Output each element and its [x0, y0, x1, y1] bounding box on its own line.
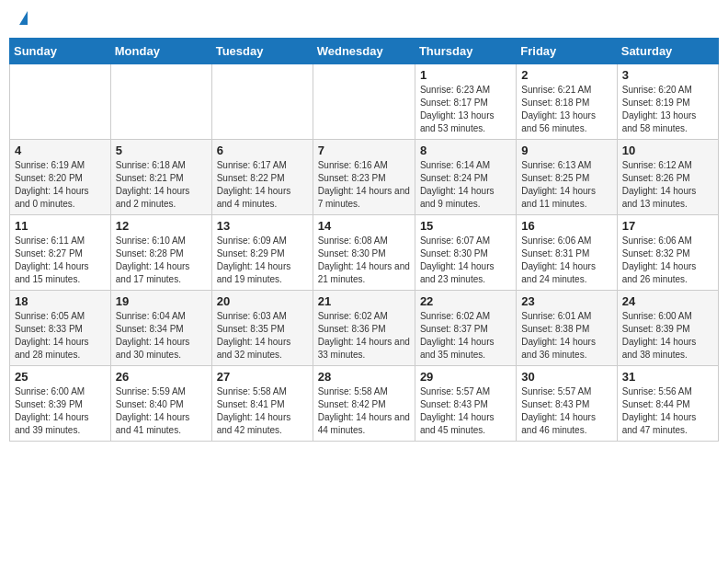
day-number: 18	[15, 294, 106, 308]
calendar-cell: 26Sunrise: 5:59 AM Sunset: 8:40 PM Dayli…	[110, 366, 211, 442]
day-info: Sunrise: 6:21 AM Sunset: 8:18 PM Dayligh…	[521, 84, 611, 135]
day-info: Sunrise: 6:05 AM Sunset: 8:33 PM Dayligh…	[15, 310, 106, 362]
calendar-cell: 10Sunrise: 6:12 AM Sunset: 8:26 PM Dayli…	[617, 140, 718, 215]
day-number: 10	[622, 144, 713, 157]
day-info: Sunrise: 5:58 AM Sunset: 8:42 PM Dayligh…	[318, 385, 410, 437]
calendar-cell: 12Sunrise: 6:10 AM Sunset: 8:28 PM Dayli…	[110, 215, 211, 291]
logo-triangle-icon	[19, 11, 28, 25]
day-info: Sunrise: 6:18 AM Sunset: 8:21 PM Dayligh…	[116, 159, 207, 211]
day-number: 20	[217, 294, 308, 308]
day-number: 27	[217, 370, 308, 384]
day-info: Sunrise: 5:57 AM Sunset: 8:43 PM Dayligh…	[420, 385, 511, 437]
day-info: Sunrise: 6:06 AM Sunset: 8:32 PM Dayligh…	[622, 235, 713, 286]
day-number: 7	[318, 144, 410, 157]
day-number: 28	[318, 370, 410, 384]
day-of-week-header: Tuesday	[211, 39, 313, 64]
calendar-cell	[211, 64, 313, 140]
day-info: Sunrise: 6:11 AM Sunset: 8:27 PM Dayligh…	[15, 235, 106, 286]
day-number: 16	[521, 219, 611, 233]
calendar-cell: 15Sunrise: 6:07 AM Sunset: 8:30 PM Dayli…	[415, 215, 516, 291]
logo	[18, 14, 28, 24]
calendar-cell: 28Sunrise: 5:58 AM Sunset: 8:42 PM Dayli…	[313, 366, 415, 442]
day-number: 3	[622, 68, 713, 82]
calendar-cell	[110, 64, 211, 140]
day-number: 1	[420, 68, 511, 82]
day-number: 19	[116, 294, 207, 308]
day-of-week-header: Wednesday	[313, 39, 415, 64]
day-number: 15	[420, 219, 511, 233]
calendar-cell: 29Sunrise: 5:57 AM Sunset: 8:43 PM Dayli…	[415, 366, 516, 442]
calendar-week-row: 4Sunrise: 6:19 AM Sunset: 8:20 PM Daylig…	[10, 140, 719, 215]
day-number: 30	[521, 370, 611, 384]
calendar-cell: 1Sunrise: 6:23 AM Sunset: 8:17 PM Daylig…	[415, 64, 516, 140]
day-number: 29	[420, 370, 511, 384]
calendar-cell: 5Sunrise: 6:18 AM Sunset: 8:21 PM Daylig…	[110, 140, 211, 215]
day-number: 22	[420, 294, 511, 308]
day-info: Sunrise: 6:09 AM Sunset: 8:29 PM Dayligh…	[217, 235, 308, 286]
day-info: Sunrise: 6:01 AM Sunset: 8:38 PM Dayligh…	[521, 310, 611, 362]
calendar-cell: 14Sunrise: 6:08 AM Sunset: 8:30 PM Dayli…	[313, 215, 415, 291]
calendar-cell: 3Sunrise: 6:20 AM Sunset: 8:19 PM Daylig…	[617, 64, 718, 140]
day-info: Sunrise: 5:58 AM Sunset: 8:41 PM Dayligh…	[217, 385, 308, 437]
day-info: Sunrise: 6:00 AM Sunset: 8:39 PM Dayligh…	[622, 310, 713, 362]
calendar-cell: 17Sunrise: 6:06 AM Sunset: 8:32 PM Dayli…	[617, 215, 718, 291]
day-info: Sunrise: 6:23 AM Sunset: 8:17 PM Dayligh…	[420, 84, 511, 135]
day-number: 9	[521, 144, 611, 157]
day-of-week-header: Monday	[110, 39, 211, 64]
day-info: Sunrise: 6:07 AM Sunset: 8:30 PM Dayligh…	[420, 235, 511, 286]
calendar-header-row: SundayMondayTuesdayWednesdayThursdayFrid…	[10, 39, 719, 64]
day-info: Sunrise: 6:14 AM Sunset: 8:24 PM Dayligh…	[420, 159, 511, 211]
calendar-cell: 18Sunrise: 6:05 AM Sunset: 8:33 PM Dayli…	[10, 291, 111, 366]
calendar-cell: 31Sunrise: 5:56 AM Sunset: 8:44 PM Dayli…	[617, 366, 718, 442]
day-number: 17	[622, 219, 713, 233]
day-number: 6	[217, 144, 308, 157]
calendar-cell: 7Sunrise: 6:16 AM Sunset: 8:23 PM Daylig…	[313, 140, 415, 215]
day-info: Sunrise: 6:00 AM Sunset: 8:39 PM Dayligh…	[15, 385, 106, 437]
calendar-cell: 20Sunrise: 6:03 AM Sunset: 8:35 PM Dayli…	[211, 291, 313, 366]
page-header	[9, 9, 719, 29]
day-number: 5	[116, 144, 207, 157]
day-number: 8	[420, 144, 511, 157]
day-of-week-header: Friday	[517, 39, 617, 64]
calendar-cell: 27Sunrise: 5:58 AM Sunset: 8:41 PM Dayli…	[211, 366, 313, 442]
day-number: 14	[318, 219, 410, 233]
day-info: Sunrise: 6:02 AM Sunset: 8:36 PM Dayligh…	[318, 310, 410, 362]
day-info: Sunrise: 6:03 AM Sunset: 8:35 PM Dayligh…	[217, 310, 308, 362]
calendar-cell: 19Sunrise: 6:04 AM Sunset: 8:34 PM Dayli…	[110, 291, 211, 366]
day-info: Sunrise: 6:06 AM Sunset: 8:31 PM Dayligh…	[521, 235, 611, 286]
day-info: Sunrise: 5:59 AM Sunset: 8:40 PM Dayligh…	[116, 385, 207, 437]
day-of-week-header: Thursday	[415, 39, 516, 64]
calendar-week-row: 18Sunrise: 6:05 AM Sunset: 8:33 PM Dayli…	[10, 291, 719, 366]
day-info: Sunrise: 6:08 AM Sunset: 8:30 PM Dayligh…	[318, 235, 410, 286]
calendar-cell: 13Sunrise: 6:09 AM Sunset: 8:29 PM Dayli…	[211, 215, 313, 291]
calendar-cell: 6Sunrise: 6:17 AM Sunset: 8:22 PM Daylig…	[211, 140, 313, 215]
day-info: Sunrise: 5:56 AM Sunset: 8:44 PM Dayligh…	[622, 385, 713, 437]
calendar-cell: 8Sunrise: 6:14 AM Sunset: 8:24 PM Daylig…	[415, 140, 516, 215]
day-info: Sunrise: 6:10 AM Sunset: 8:28 PM Dayligh…	[116, 235, 207, 286]
calendar-table: SundayMondayTuesdayWednesdayThursdayFrid…	[9, 38, 719, 442]
day-number: 4	[15, 144, 106, 157]
day-info: Sunrise: 5:57 AM Sunset: 8:43 PM Dayligh…	[521, 385, 611, 437]
calendar-week-row: 11Sunrise: 6:11 AM Sunset: 8:27 PM Dayli…	[10, 215, 719, 291]
calendar-week-row: 25Sunrise: 6:00 AM Sunset: 8:39 PM Dayli…	[10, 366, 719, 442]
day-number: 13	[217, 219, 308, 233]
day-info: Sunrise: 6:19 AM Sunset: 8:20 PM Dayligh…	[15, 159, 106, 211]
day-info: Sunrise: 6:20 AM Sunset: 8:19 PM Dayligh…	[622, 84, 713, 135]
calendar-cell: 23Sunrise: 6:01 AM Sunset: 8:38 PM Dayli…	[517, 291, 617, 366]
day-of-week-header: Sunday	[10, 39, 111, 64]
calendar-cell: 30Sunrise: 5:57 AM Sunset: 8:43 PM Dayli…	[517, 366, 617, 442]
day-of-week-header: Saturday	[617, 39, 718, 64]
day-info: Sunrise: 6:02 AM Sunset: 8:37 PM Dayligh…	[420, 310, 511, 362]
day-number: 25	[15, 370, 106, 384]
calendar-cell: 22Sunrise: 6:02 AM Sunset: 8:37 PM Dayli…	[415, 291, 516, 366]
day-info: Sunrise: 6:17 AM Sunset: 8:22 PM Dayligh…	[217, 159, 308, 211]
calendar-week-row: 1Sunrise: 6:23 AM Sunset: 8:17 PM Daylig…	[10, 64, 719, 140]
day-number: 24	[622, 294, 713, 308]
calendar-cell: 21Sunrise: 6:02 AM Sunset: 8:36 PM Dayli…	[313, 291, 415, 366]
calendar-cell: 25Sunrise: 6:00 AM Sunset: 8:39 PM Dayli…	[10, 366, 111, 442]
day-info: Sunrise: 6:16 AM Sunset: 8:23 PM Dayligh…	[318, 159, 410, 211]
day-number: 23	[521, 294, 611, 308]
day-number: 31	[622, 370, 713, 384]
calendar-cell: 2Sunrise: 6:21 AM Sunset: 8:18 PM Daylig…	[517, 64, 617, 140]
calendar-cell: 16Sunrise: 6:06 AM Sunset: 8:31 PM Dayli…	[517, 215, 617, 291]
